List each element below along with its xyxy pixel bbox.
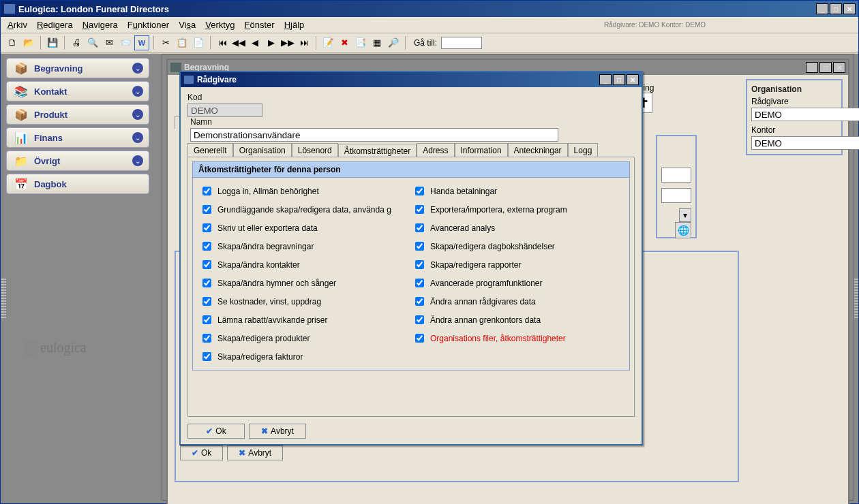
bg-min-button[interactable]: _ — [806, 62, 818, 73]
word-icon[interactable]: W — [134, 35, 149, 50]
grid-icon[interactable]: ▦ — [370, 35, 385, 50]
tab-organisation[interactable]: Organisation — [233, 143, 292, 157]
perm-edit-funerals[interactable] — [202, 242, 211, 251]
maximize-button[interactable]: □ — [830, 3, 842, 14]
perm-edit-diary[interactable] — [415, 242, 424, 251]
perm-print-export[interactable] — [202, 223, 211, 232]
kontor-field[interactable] — [751, 136, 859, 150]
perm-see-costs[interactable] — [202, 297, 211, 306]
bg-ok-button[interactable]: ✔Ok — [180, 445, 223, 460]
perm-handle-payments[interactable] — [415, 187, 424, 195]
back-icon[interactable]: ◀ — [247, 35, 262, 50]
preview-icon[interactable]: 🔍 — [85, 35, 100, 50]
dlg-max-button[interactable]: □ — [613, 74, 625, 85]
resize-grip-left[interactable] — [1, 279, 6, 319]
box-icon: 📦 — [12, 61, 30, 76]
new-icon[interactable]: 🗋 — [5, 35, 20, 50]
mdi-area: Begravning _ □ ✕ sdag Tid för begravning… — [162, 54, 854, 501]
cut-icon[interactable]: ✂ — [158, 35, 173, 50]
fwd-icon[interactable]: ▶ — [264, 35, 279, 50]
chart-icon: 📊 — [12, 130, 30, 145]
globe-icon[interactable]: 🌐 — [675, 222, 691, 238]
permissions-title: Åtkomsträttigheter för denna person — [193, 162, 629, 178]
title-bar: Eulogica: London Funeral Directors _ □ ✕ — [1, 1, 858, 17]
perm-edit-contacts[interactable] — [202, 260, 211, 269]
tab-anteckningar[interactable]: Anteckningar — [508, 143, 568, 157]
save-icon[interactable]: 💾 — [45, 35, 60, 50]
perm-other-advisor-data[interactable] — [415, 297, 424, 306]
insert-icon[interactable]: 📝 — [320, 35, 335, 50]
kontor-label: Kontor — [751, 125, 837, 135]
nav-dagbok[interactable]: 📅Dagbok⌄ — [6, 174, 149, 194]
tab-information[interactable]: Information — [455, 143, 508, 157]
menu-funktioner[interactable]: Funktioner — [127, 20, 169, 30]
bg-combo-button[interactable]: ▾ — [679, 208, 691, 222]
delete-icon[interactable]: ✖ — [337, 35, 352, 50]
nav-produkt[interactable]: 📦Produkt⌄ — [6, 104, 149, 125]
next-icon[interactable]: ▶▶ — [280, 35, 295, 50]
mail-icon[interactable]: ✉ — [102, 35, 117, 50]
tab-adress[interactable]: Adress — [417, 143, 454, 157]
copy2-icon[interactable]: 📑 — [353, 35, 368, 50]
first-icon[interactable]: ⏮ — [215, 35, 230, 50]
menu-hjalp[interactable]: Hjälp — [284, 20, 305, 30]
dialog-titlebar[interactable]: Rådgivare _ □ ✕ — [181, 72, 642, 87]
prev-icon[interactable]: ◀◀ — [231, 35, 246, 50]
chevron-down-icon: ⌄ — [132, 155, 143, 166]
copy-icon[interactable]: 📋 — [175, 35, 190, 50]
bg-close-button[interactable]: ✕ — [833, 62, 845, 73]
search-icon[interactable]: 🔎 — [386, 35, 401, 50]
dlg-min-button[interactable]: _ — [599, 74, 612, 85]
nav-kontakt[interactable]: 📚Kontakt⌄ — [6, 81, 149, 101]
organisation-title: Organisation — [751, 84, 837, 94]
permissions-group: Åtkomsträttigheter för denna person Logg… — [192, 161, 630, 371]
open-icon[interactable]: 📂 — [21, 35, 36, 50]
goto-input[interactable] — [441, 37, 482, 49]
perm-edit-invoices[interactable] — [202, 352, 211, 361]
perm-advanced-analysis[interactable] — [415, 223, 424, 232]
dialog-ok-button[interactable]: ✔Ok — [187, 424, 245, 439]
nav-finans[interactable]: 📊Finans⌄ — [6, 127, 149, 148]
close-button[interactable]: ✕ — [843, 3, 856, 14]
menu-fonster[interactable]: Fönster — [245, 20, 275, 30]
nav-ovrigt[interactable]: 📁Övrigt⌄ — [6, 151, 149, 171]
dlg-close-button[interactable]: ✕ — [627, 74, 639, 85]
nav-begravning[interactable]: 📦Begravning⌄ — [6, 58, 149, 78]
radgivare-field[interactable] — [751, 108, 859, 121]
bg-field-1[interactable] — [661, 168, 691, 183]
tab-losenord[interactable]: Lösenord — [292, 143, 338, 157]
perm-org-files[interactable] — [415, 334, 424, 343]
dialog-cancel-button[interactable]: ✖Avbryt — [249, 424, 306, 439]
paste-icon[interactable]: 📄 — [191, 35, 206, 50]
perm-other-branch-data[interactable] — [415, 315, 424, 324]
brand-logo: eulogica — [24, 340, 87, 356]
bg-field-2[interactable] — [661, 188, 691, 203]
perm-edit-hymns[interactable] — [202, 279, 211, 287]
menu-navigera[interactable]: Navigera — [82, 20, 118, 30]
namn-field[interactable] — [190, 128, 558, 142]
status-meta: Rådgivare: DEMO Kontor: DEMO — [604, 21, 706, 29]
permissions-left-column: Logga in, Allmän behörighet Grundläggand… — [198, 182, 411, 366]
perm-advanced-functions[interactable] — [415, 279, 424, 287]
minimize-button[interactable]: _ — [816, 3, 828, 14]
bg-cancel-button[interactable]: ✖Avbryt — [227, 445, 283, 460]
calendar-icon: 📅 — [12, 176, 30, 191]
perm-discounts[interactable] — [202, 315, 211, 324]
menu-redigera[interactable]: Redigera — [37, 20, 73, 30]
perm-edit-products[interactable] — [202, 334, 211, 343]
perm-import-export[interactable] — [415, 205, 424, 214]
perm-edit-reports[interactable] — [415, 260, 424, 269]
radgivare-dialog: Rådgivare _ □ ✕ Kod Namn — [179, 71, 643, 445]
bg-max-button[interactable]: □ — [819, 62, 832, 73]
menu-arkiv[interactable]: Arkiv — [7, 20, 27, 30]
print-icon[interactable]: 🖨 — [69, 35, 84, 50]
tab-generellt[interactable]: Generellt — [187, 143, 233, 157]
menu-visa[interactable]: Visa — [179, 20, 196, 30]
books-icon: 📚 — [12, 84, 30, 99]
perm-login[interactable] — [202, 187, 211, 195]
perm-basic-edit[interactable] — [202, 205, 211, 214]
last-icon[interactable]: ⏭ — [297, 35, 312, 50]
menu-verktyg[interactable]: Verktyg — [205, 20, 235, 30]
envelope-icon[interactable]: 📨 — [118, 35, 133, 50]
tab-logg[interactable]: Logg — [568, 143, 599, 157]
